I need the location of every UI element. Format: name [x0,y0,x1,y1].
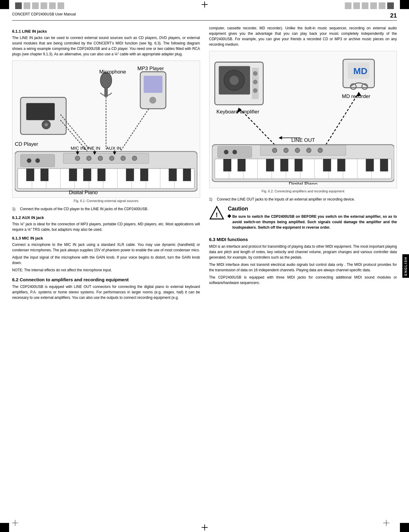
section-63-body3: The CDP2400USB is equipped with three MI… [209,275,397,286]
registration-squares-top-right [345,2,394,9]
svg-text:Digital Piano: Digital Piano [289,181,317,184]
svg-rect-36 [169,168,176,181]
crosshair-right [383,520,389,526]
svg-text:Digital Piano: Digital Piano [69,190,97,194]
svg-text:MP3 Player: MP3 Player [137,66,164,71]
section-612-heading: 6.1.2 AUX IN jack [12,215,200,220]
reg-sq-1 [15,2,22,9]
section-63-body2: The MIDI interface does not transmit ele… [209,262,397,273]
caution-item: Be sure to switch the CDP2400USB on BEFO… [228,214,397,232]
svg-point-58 [253,80,257,84]
figure-6-1-container: CD Player Microphone MP3 Player [12,60,200,203]
svg-point-43 [87,156,91,161]
reg-sq-6 [58,2,64,9]
page-header: CONCERT CDP2400USB User Manual 21 [12,12,397,21]
svg-text:MIC IN: MIC IN [71,145,85,151]
left-column: 6.1.1 LINE IN jacks The LINE IN jacks ca… [12,25,200,302]
figure-6-2-container: Keyboard amplifier MD MD recorder [209,51,397,193]
svg-point-45 [110,156,114,161]
language-label: ENGLISH [404,256,407,276]
svg-point-57 [253,71,257,76]
registration-squares-top-left [15,2,64,9]
svg-rect-87 [280,159,288,171]
reg-sq-r4 [370,2,377,9]
section-613-heading: 6.1.3 MIC IN jack [12,236,200,240]
svg-text:CD Player: CD Player [15,141,38,147]
step-right-1-num: 1) [209,197,215,202]
reg-sq-r2 [353,2,360,9]
section-613-body3: NOTE: The internal effects do not affect… [12,267,200,273]
caution-title: Caution [228,206,397,212]
svg-point-44 [98,156,103,161]
svg-rect-92 [380,159,388,171]
diamond-icon [227,214,231,218]
svg-point-98 [284,148,288,153]
reg-sq-r1 [345,2,351,9]
svg-rect-89 [323,159,331,171]
reg-sq-5 [49,2,56,9]
step-right-1: 1) Connect the LINE OUT jacks to the inp… [209,197,397,202]
svg-text:AUX IN: AUX IN [106,145,121,151]
section-612-body: This ⅛" jack is ideal for the connection… [12,221,200,232]
svg-text:LINE OUT: LINE OUT [291,137,315,143]
svg-point-39 [27,158,31,163]
svg-line-68 [326,92,359,145]
step-right-1-text: Connect the LINE OUT jacks to the inputs… [217,197,355,202]
step-left-1-num: 1) [12,206,18,212]
svg-point-3 [45,123,48,126]
crosshair-bottom [202,524,208,530]
crosshair-top [202,2,208,8]
svg-text:MD: MD [353,66,367,76]
svg-rect-31 [69,168,77,181]
svg-point-94 [224,150,228,154]
svg-rect-32 [83,168,91,181]
svg-point-100 [306,148,311,153]
svg-rect-86 [266,159,274,171]
section-611-heading: 6.1.1 LINE IN jacks [12,29,200,34]
right-steps: 1) Connect the LINE OUT jacks to the inp… [209,197,397,202]
svg-text:Microphone: Microphone [99,69,126,75]
svg-point-40 [35,158,40,163]
figure-6-2-svg: Keyboard amplifier MD MD recorder [212,54,394,184]
section-63: 6.3 MIDI functions MIDI is an interface … [209,237,397,286]
figure-6-1-svg: CD Player Microphone MP3 Player [15,63,197,194]
svg-point-59 [253,88,257,93]
figure-6-1-box: CD Player Microphone MP3 Player [12,60,200,198]
svg-point-10 [149,97,156,104]
svg-text:LINE IN: LINE IN [84,145,101,151]
section-62-heading: 6.2 Connection to amplifiers and recordi… [12,277,200,282]
corner-mark-bl [0,523,9,532]
svg-rect-84 [223,159,231,171]
reg-sq-4 [41,2,47,9]
svg-line-15 [120,109,149,152]
svg-point-55 [229,76,239,85]
corner-mark-tr [400,0,409,9]
right-column: computer, cassette recorder, MD recorder… [209,25,397,302]
svg-rect-37 [183,168,191,181]
svg-rect-9 [144,76,163,93]
reg-sq-r6 [387,2,394,9]
svg-point-97 [272,148,277,153]
section-63-body1: MIDI is an interface and protocol for tr… [209,244,397,260]
crosshair-left [12,520,18,526]
language-tab: ENGLISH [402,254,409,278]
corner-mark-tl [0,0,9,9]
svg-rect-34 [126,168,134,181]
reg-sq-3 [32,2,39,9]
section-62-body2: computer, cassette recorder, MD recorder… [209,25,397,47]
caution-body: Be sure to switch the CDP2400USB on BEFO… [233,214,397,230]
page-number: 21 [390,12,397,19]
svg-rect-90 [337,159,345,171]
reg-sq-r3 [362,2,368,9]
svg-point-95 [232,150,237,154]
corner-mark-br [400,523,409,532]
figure-6-2-box: Keyboard amplifier MD MD recorder [209,51,397,188]
caution-box: ! Caution Be sure to switch the CDP2400U… [209,206,397,232]
reg-sq-r5 [379,2,385,9]
figure-6-2-caption: Fig. 6.2: Connecting amplifiers and reco… [262,189,344,193]
left-steps: 1) Connect the outputs of the CD player … [12,206,200,212]
page-content: CONCERT CDP2400USB User Manual 21 6.1.1 … [12,12,397,520]
section-613-body1: Connect a microphone to the MIC IN jack … [12,242,200,253]
main-content: 6.1.1 LINE IN jacks The LINE IN jacks ca… [12,25,397,302]
step-left-1-text: Connect the outputs of the CD player to … [20,206,148,212]
